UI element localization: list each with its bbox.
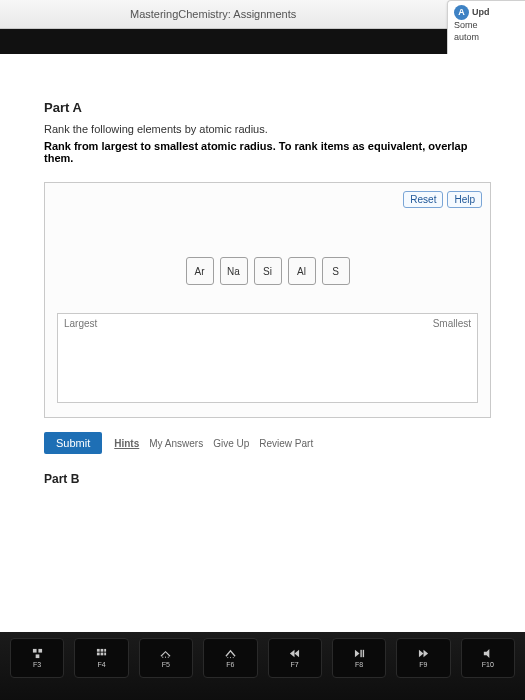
key-f10: F10 xyxy=(461,638,515,678)
give-up-link[interactable]: Give Up xyxy=(213,438,249,449)
launchpad-icon xyxy=(96,648,107,659)
screen: MasteringChemistry: Assignments A Upd So… xyxy=(0,0,525,700)
element-tile[interactable]: S xyxy=(322,257,350,285)
keyboard-strip: F3 F4 F5 F6 F7 F8 F9 F10 xyxy=(0,632,525,700)
rewind-icon xyxy=(289,648,300,659)
secondary-actions: Hints My Answers Give Up Review Part xyxy=(114,438,313,449)
svg-rect-18 xyxy=(360,650,361,657)
svg-rect-6 xyxy=(97,653,100,656)
svg-point-9 xyxy=(163,657,164,658)
svg-point-10 xyxy=(165,657,166,658)
key-label: F5 xyxy=(162,661,170,668)
svg-marker-15 xyxy=(290,650,295,657)
svg-point-11 xyxy=(168,657,169,658)
kbd-brightness-up-icon xyxy=(225,648,236,659)
mission-control-icon xyxy=(32,648,43,659)
element-tile-row: Ar Na Si Al S xyxy=(57,257,478,285)
browser-tab-title[interactable]: MasteringChemistry: Assignments xyxy=(130,8,296,20)
key-f4: F4 xyxy=(74,638,128,678)
part-b-heading: Part B xyxy=(44,472,491,486)
key-label: F10 xyxy=(482,661,494,668)
svg-rect-19 xyxy=(362,650,363,657)
key-label: F8 xyxy=(355,661,363,668)
instruction-2: Rank from largest to smallest atomic rad… xyxy=(44,140,491,164)
hints-link[interactable]: Hints xyxy=(114,438,139,449)
key-f8: F8 xyxy=(332,638,386,678)
key-f6: F6 xyxy=(203,638,257,678)
help-button[interactable]: Help xyxy=(447,191,482,208)
action-row: Submit Hints My Answers Give Up Review P… xyxy=(44,432,491,454)
svg-rect-3 xyxy=(97,649,100,652)
ranking-widget: Reset Help Ar Na Si Al S Largest Smalles… xyxy=(44,182,491,418)
update-icon: A xyxy=(454,5,469,20)
element-tile[interactable]: Si xyxy=(254,257,282,285)
key-label: F4 xyxy=(97,661,105,668)
key-label: F9 xyxy=(419,661,427,668)
key-f7: F7 xyxy=(268,638,322,678)
svg-marker-16 xyxy=(295,650,300,657)
play-pause-icon xyxy=(354,648,365,659)
kbd-brightness-down-icon xyxy=(160,648,171,659)
svg-rect-7 xyxy=(101,653,104,656)
update-panel: A Upd Some autom xyxy=(447,0,525,56)
dropzone-label-smallest: Smallest xyxy=(433,318,471,329)
part-a-heading: Part A xyxy=(44,100,491,115)
fast-forward-icon xyxy=(418,648,429,659)
update-line1: Upd xyxy=(472,7,490,19)
update-line3: autom xyxy=(454,32,519,44)
svg-rect-0 xyxy=(33,649,37,653)
my-answers-link[interactable]: My Answers xyxy=(149,438,203,449)
key-label: F3 xyxy=(33,661,41,668)
svg-rect-1 xyxy=(38,649,42,653)
element-tile[interactable]: Na xyxy=(220,257,248,285)
svg-marker-21 xyxy=(423,650,428,657)
svg-rect-2 xyxy=(35,654,39,658)
submit-button[interactable]: Submit xyxy=(44,432,102,454)
svg-rect-4 xyxy=(101,649,104,652)
key-label: F6 xyxy=(226,661,234,668)
key-f5: F5 xyxy=(139,638,193,678)
page-content: Part A Rank the following elements by at… xyxy=(0,54,525,638)
svg-rect-5 xyxy=(104,649,106,652)
svg-marker-17 xyxy=(354,650,359,657)
element-tile[interactable]: Ar xyxy=(186,257,214,285)
instruction-1: Rank the following elements by atomic ra… xyxy=(44,123,491,135)
key-f9: F9 xyxy=(396,638,450,678)
key-label: F7 xyxy=(291,661,299,668)
mute-icon xyxy=(482,648,493,659)
element-tile[interactable]: Al xyxy=(288,257,316,285)
svg-marker-20 xyxy=(419,650,424,657)
svg-marker-22 xyxy=(484,649,490,658)
dropzone-label-largest: Largest xyxy=(64,318,97,329)
svg-rect-8 xyxy=(104,653,106,656)
reset-button[interactable]: Reset xyxy=(403,191,443,208)
update-line2: Some xyxy=(454,20,519,32)
ranking-dropzone[interactable]: Largest Smallest xyxy=(57,313,478,403)
review-part-link[interactable]: Review Part xyxy=(259,438,313,449)
key-f3: F3 xyxy=(10,638,64,678)
